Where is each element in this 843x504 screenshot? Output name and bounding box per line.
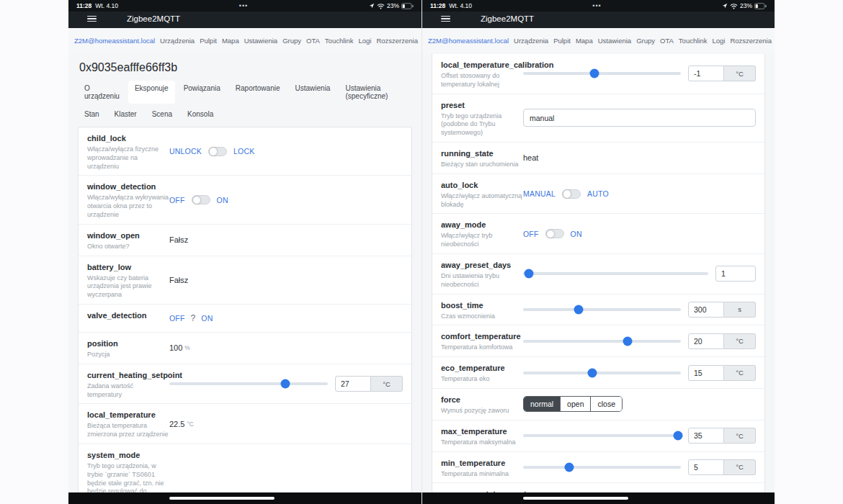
value-input[interactable]	[335, 376, 371, 392]
nav-item-ustawienia[interactable]: Ustawienia	[244, 37, 277, 45]
nav-item-touchlink[interactable]: Touchlink	[325, 37, 354, 45]
property-name: window_detection	[87, 181, 169, 192]
value-input[interactable]	[688, 66, 724, 81]
slider-thumb[interactable]	[673, 431, 682, 441]
toggle-off-label[interactable]: OFF	[523, 230, 539, 238]
tab-ustawienia[interactable]: Ustawienia	[289, 81, 337, 104]
property-control: heatautooff	[169, 449, 403, 492]
nav-item-urządzenia[interactable]: Urządzenia	[514, 37, 548, 45]
slider-thumb[interactable]	[280, 379, 290, 389]
battery-icon	[754, 3, 767, 9]
tab-o-urządzeniu[interactable]: O urządzeniu	[78, 81, 126, 104]
property-name: local_temperature	[87, 410, 169, 420]
slider-thumb[interactable]	[564, 462, 574, 472]
slider-track[interactable]	[523, 466, 681, 469]
toggle-switch[interactable]	[545, 229, 564, 238]
property-label: boost_timeCzas wzmocnienia	[441, 299, 523, 321]
value-input[interactable]	[688, 459, 724, 475]
toggle-off-label[interactable]: UNLOCK	[169, 147, 202, 156]
nav-item-ota[interactable]: OTA	[306, 37, 320, 45]
property-name: comfort_temperature	[441, 331, 523, 342]
page-title: 0x9035eafffe66ff3b	[79, 61, 411, 74]
nav-item-ota[interactable]: OTA	[660, 37, 674, 45]
property-control: °C	[523, 456, 756, 479]
nav-item-mapa[interactable]: Mapa	[222, 37, 239, 45]
home-indicator[interactable]	[523, 497, 628, 500]
tab-ustawienia-specyficzne-[interactable]: Ustawienia (specyficzne)	[339, 81, 412, 104]
nav-item-ustawienia[interactable]: Ustawienia	[598, 37, 631, 45]
tab-raportowanie[interactable]: Raportowanie	[229, 81, 287, 104]
slider-track[interactable]	[523, 434, 681, 437]
nav-item-pulpit[interactable]: Pulpit	[553, 37, 571, 45]
property-description: Bieżąca temperatura zmierzona przez urzą…	[87, 422, 169, 439]
property-description: Pozycja	[87, 351, 169, 359]
property-description: Włącza/wyłącza fizyczne wprowadzanie na …	[87, 145, 169, 171]
option-button-normal[interactable]: normal	[524, 397, 560, 411]
status-time-date: 11:28Wt. 4.10	[430, 2, 472, 9]
option-button-open[interactable]: open	[560, 397, 590, 411]
slider-thumb[interactable]	[574, 305, 583, 314]
nav-host-link[interactable]: Z2M@homeassistant.local	[428, 37, 509, 45]
toggle-on-label[interactable]: LOCK	[233, 147, 254, 156]
toggle-on-label[interactable]: AUTO	[587, 189, 609, 198]
value-input[interactable]	[688, 333, 724, 349]
toggle-switch[interactable]	[192, 195, 210, 204]
unit-addon: °C	[724, 66, 756, 81]
nav-item-urządzenia[interactable]: Urządzenia	[160, 37, 195, 45]
menu-icon[interactable]	[87, 16, 97, 22]
nav-item-grupy[interactable]: Grupy	[636, 37, 655, 45]
toggle-off-label[interactable]: MANUAL	[523, 189, 556, 198]
status-bar: 11:28Wt. 4.10 ••• 23%	[68, 0, 422, 12]
row-window_open: window_openOkno otwarte?Fałsz	[79, 225, 411, 256]
app-title: Zigbee2MQTT	[127, 14, 180, 23]
value-input[interactable]	[688, 428, 724, 444]
toggle-off-label[interactable]: OFF	[169, 196, 185, 204]
slider-thumb[interactable]	[524, 269, 533, 279]
nav-item-grupy[interactable]: Grupy	[282, 37, 301, 45]
subtab-klaster[interactable]: Klaster	[108, 107, 143, 122]
slider-track[interactable]	[523, 340, 681, 343]
nav-item-logi[interactable]: Logi	[358, 37, 371, 45]
toggle-switch[interactable]	[562, 189, 581, 199]
nav-item-logi[interactable]: Logi	[712, 37, 725, 45]
battery-icon	[401, 3, 414, 9]
toggle-switch[interactable]	[208, 147, 227, 156]
property-control: °C	[169, 369, 403, 400]
toggle-off-label[interactable]: OFF	[169, 314, 185, 323]
property-control: °C	[523, 487, 756, 492]
nav-item-mapa[interactable]: Mapa	[576, 37, 593, 45]
nav-item-rozszerzenia[interactable]: Rozszerzenia	[376, 37, 418, 45]
subtab-konsola[interactable]: Konsola	[181, 107, 220, 122]
slider-thumb[interactable]	[623, 336, 632, 346]
nav-item-rozszerzenia[interactable]: Rozszerzenia	[730, 37, 772, 45]
value-input[interactable]	[688, 365, 724, 381]
slider-track[interactable]	[523, 372, 681, 374]
text-input[interactable]	[523, 109, 756, 127]
menu-icon[interactable]	[441, 16, 450, 22]
value-input-group: °C	[688, 333, 756, 349]
slider-thumb[interactable]	[589, 69, 599, 78]
toggle-on-label[interactable]: ON	[217, 196, 228, 204]
property-description: Wymuś pozycję zaworu	[441, 407, 523, 415]
value-input[interactable]	[688, 302, 724, 318]
slider-track[interactable]	[523, 272, 708, 275]
nav-item-touchlink[interactable]: Touchlink	[679, 37, 708, 45]
value-input[interactable]	[715, 266, 756, 282]
nav-item-pulpit[interactable]: Pulpit	[200, 37, 217, 45]
toggle-on-label[interactable]: ON	[201, 314, 213, 323]
slider-track[interactable]	[523, 72, 681, 75]
subtab-stan[interactable]: Stan	[78, 107, 106, 122]
tab-powiązania[interactable]: Powiązania	[177, 81, 227, 104]
toggle-on-label[interactable]: ON	[571, 230, 582, 238]
property-control	[523, 99, 756, 138]
home-indicator[interactable]	[169, 497, 275, 500]
slider-track[interactable]	[523, 308, 681, 311]
slider-thumb[interactable]	[588, 368, 597, 377]
nav-host-link[interactable]: Z2M@homeassistant.local	[74, 37, 155, 45]
option-button-close[interactable]: close	[590, 397, 622, 411]
property-description: Temperatura minimalna	[441, 470, 523, 479]
tab-eksponuje[interactable]: Eksponuje	[128, 81, 175, 104]
slider-track[interactable]	[169, 382, 328, 385]
subtab-scena[interactable]: Scena	[146, 107, 179, 122]
property-control: Fałsz	[169, 229, 403, 251]
